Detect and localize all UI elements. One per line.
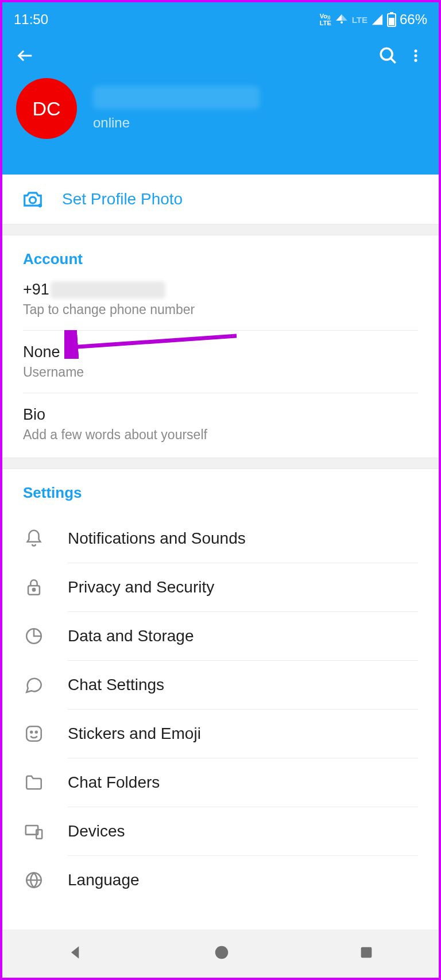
avatar[interactable]: DC xyxy=(16,78,77,139)
globe-icon xyxy=(23,869,45,891)
nav-recent[interactable] xyxy=(358,944,374,963)
svg-point-6 xyxy=(414,54,417,57)
username-value: None xyxy=(23,343,418,361)
settings-devices[interactable]: Devices xyxy=(23,807,418,855)
set-profile-photo[interactable]: Set Profile Photo xyxy=(2,175,439,224)
battery-icon xyxy=(387,12,396,27)
signal-icon xyxy=(371,13,384,26)
settings-language[interactable]: Language xyxy=(23,856,418,904)
bio-sub: Add a few words about yourself xyxy=(23,427,418,443)
phone-sub: Tap to change phone number xyxy=(23,302,418,317)
svg-rect-2 xyxy=(389,18,394,25)
profile-status: online xyxy=(93,115,260,131)
status-time: 11:50 xyxy=(14,11,48,28)
search-button[interactable] xyxy=(374,42,402,69)
svg-point-8 xyxy=(29,197,36,203)
lock-icon xyxy=(23,576,45,598)
wifi-icon xyxy=(335,13,349,26)
profile-row: DC online xyxy=(2,72,439,145)
devices-icon xyxy=(23,820,45,842)
toolbar xyxy=(2,32,439,72)
svg-point-0 xyxy=(341,21,343,24)
settings-chat[interactable]: Chat Settings xyxy=(23,661,418,709)
settings-privacy[interactable]: Privacy and Security xyxy=(23,563,418,611)
android-nav-bar xyxy=(2,929,439,978)
bio-item[interactable]: Bio Add a few words about yourself xyxy=(23,393,418,455)
svg-point-10 xyxy=(33,588,35,591)
more-button[interactable] xyxy=(402,42,430,69)
svg-rect-3 xyxy=(390,12,393,14)
username-item[interactable]: None Username xyxy=(23,330,418,393)
svg-point-7 xyxy=(414,59,417,62)
folder-icon xyxy=(23,772,45,793)
bell-icon xyxy=(23,528,45,549)
settings-stickers[interactable]: Stickers and Emoji xyxy=(23,710,418,758)
account-section: Account +91 Tap to change phone number N… xyxy=(2,235,439,458)
account-title: Account xyxy=(23,250,418,268)
status-bar: 11:50 Vo))LTE LTE 66% xyxy=(2,2,439,32)
phone-value: +91 xyxy=(23,281,418,299)
header: 11:50 Vo))LTE LTE 66% DC online xyxy=(2,2,439,175)
settings-section: Settings Notifications and Sounds Privac… xyxy=(2,469,439,907)
section-gap xyxy=(2,458,439,469)
svg-point-13 xyxy=(30,731,32,733)
chat-icon xyxy=(23,674,45,696)
username-sub: Username xyxy=(23,365,418,380)
back-button[interactable] xyxy=(11,42,39,69)
camera-icon xyxy=(22,188,44,210)
svg-rect-20 xyxy=(361,947,372,958)
status-right: Vo))LTE LTE 66% xyxy=(320,11,427,28)
sticker-icon xyxy=(23,723,45,745)
svg-point-19 xyxy=(215,946,229,959)
battery-text: 66% xyxy=(400,11,427,28)
pie-icon xyxy=(23,625,45,647)
volte-icon: Vo))LTE xyxy=(320,13,331,26)
phone-item[interactable]: +91 Tap to change phone number xyxy=(23,281,418,330)
section-gap xyxy=(2,224,439,235)
phone-redacted xyxy=(51,281,165,299)
settings-notifications[interactable]: Notifications and Sounds xyxy=(23,514,418,563)
svg-point-5 xyxy=(414,49,417,52)
svg-point-14 xyxy=(36,731,37,733)
settings-data[interactable]: Data and Storage xyxy=(23,612,418,660)
nav-back[interactable] xyxy=(67,943,85,964)
bio-value: Bio xyxy=(23,406,418,424)
profile-name-redacted xyxy=(93,86,260,109)
svg-point-4 xyxy=(381,48,392,60)
set-photo-label: Set Profile Photo xyxy=(62,190,183,208)
nav-home[interactable] xyxy=(213,944,230,963)
settings-title: Settings xyxy=(23,484,418,502)
lte-text: LTE xyxy=(352,15,368,25)
svg-rect-12 xyxy=(26,726,41,741)
settings-folders[interactable]: Chat Folders xyxy=(23,758,418,807)
